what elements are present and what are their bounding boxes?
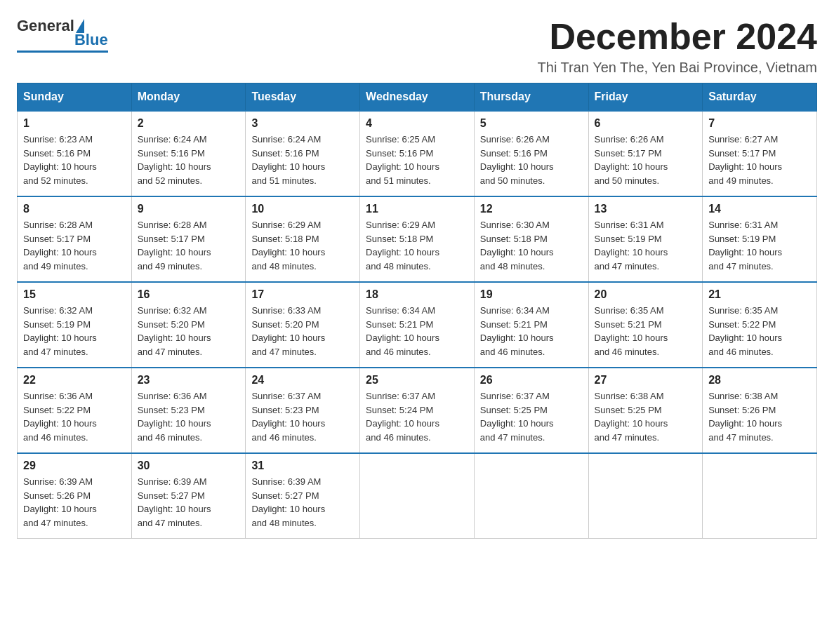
col-friday: Friday (588, 83, 703, 112)
day-info: Sunrise: 6:23 AM Sunset: 5:16 PM Dayligh… (23, 133, 126, 187)
day-number: 20 (595, 288, 697, 301)
calendar-cell: 8 Sunrise: 6:28 AM Sunset: 5:17 PM Dayli… (18, 196, 132, 282)
calendar-cell (474, 453, 588, 539)
day-number: 10 (251, 203, 354, 215)
calendar-cell (703, 453, 817, 539)
day-info: Sunrise: 6:27 AM Sunset: 5:17 PM Dayligh… (708, 133, 811, 187)
title-block: December 2024 Thi Tran Yen The, Yen Bai … (538, 17, 817, 76)
day-info: Sunrise: 6:25 AM Sunset: 5:16 PM Dayligh… (366, 133, 468, 187)
calendar-cell: 30 Sunrise: 6:39 AM Sunset: 5:27 PM Dayl… (131, 453, 246, 539)
day-number: 27 (595, 374, 697, 387)
day-info: Sunrise: 6:24 AM Sunset: 5:16 PM Dayligh… (251, 133, 354, 187)
day-number: 4 (366, 117, 468, 130)
day-number: 29 (23, 459, 126, 472)
day-info: Sunrise: 6:32 AM Sunset: 5:19 PM Dayligh… (23, 304, 126, 358)
calendar-week-2: 8 Sunrise: 6:28 AM Sunset: 5:17 PM Dayli… (18, 196, 817, 282)
day-info: Sunrise: 6:38 AM Sunset: 5:26 PM Dayligh… (708, 389, 811, 444)
col-tuesday: Tuesday (246, 83, 360, 112)
day-number: 8 (23, 203, 126, 215)
day-number: 17 (251, 288, 354, 301)
calendar-cell: 1 Sunrise: 6:23 AM Sunset: 5:16 PM Dayli… (18, 111, 132, 196)
calendar-cell: 22 Sunrise: 6:36 AM Sunset: 5:22 PM Dayl… (18, 368, 132, 453)
day-number: 3 (251, 117, 354, 130)
calendar-cell: 3 Sunrise: 6:24 AM Sunset: 5:16 PM Dayli… (246, 111, 360, 196)
day-info: Sunrise: 6:39 AM Sunset: 5:27 PM Dayligh… (251, 475, 354, 530)
day-number: 7 (708, 117, 811, 130)
calendar-cell: 4 Sunrise: 6:25 AM Sunset: 5:16 PM Dayli… (360, 111, 475, 196)
calendar-week-5: 29 Sunrise: 6:39 AM Sunset: 5:26 PM Dayl… (18, 453, 817, 539)
day-info: Sunrise: 6:39 AM Sunset: 5:26 PM Dayligh… (23, 475, 126, 530)
calendar-cell: 21 Sunrise: 6:35 AM Sunset: 5:22 PM Dayl… (703, 282, 817, 368)
day-number: 12 (480, 203, 583, 215)
day-info: Sunrise: 6:26 AM Sunset: 5:17 PM Dayligh… (595, 133, 697, 187)
day-number: 24 (251, 374, 354, 387)
day-number: 19 (480, 288, 583, 301)
calendar-cell: 13 Sunrise: 6:31 AM Sunset: 5:19 PM Dayl… (588, 196, 703, 282)
calendar-cell: 5 Sunrise: 6:26 AM Sunset: 5:16 PM Dayli… (474, 111, 588, 196)
calendar-cell: 23 Sunrise: 6:36 AM Sunset: 5:23 PM Dayl… (131, 368, 246, 453)
day-info: Sunrise: 6:34 AM Sunset: 5:21 PM Dayligh… (366, 304, 468, 358)
day-info: Sunrise: 6:30 AM Sunset: 5:18 PM Dayligh… (480, 218, 583, 273)
day-number: 11 (366, 203, 468, 215)
day-number: 13 (595, 203, 697, 215)
day-info: Sunrise: 6:31 AM Sunset: 5:19 PM Dayligh… (708, 218, 811, 273)
calendar-cell: 27 Sunrise: 6:38 AM Sunset: 5:25 PM Dayl… (588, 368, 703, 453)
col-wednesday: Wednesday (360, 83, 475, 112)
calendar-cell: 10 Sunrise: 6:29 AM Sunset: 5:18 PM Dayl… (246, 196, 360, 282)
day-info: Sunrise: 6:28 AM Sunset: 5:17 PM Dayligh… (138, 218, 240, 273)
calendar-week-4: 22 Sunrise: 6:36 AM Sunset: 5:22 PM Dayl… (18, 368, 817, 453)
day-number: 16 (138, 288, 240, 301)
day-number: 15 (23, 288, 126, 301)
calendar-cell: 9 Sunrise: 6:28 AM Sunset: 5:17 PM Dayli… (131, 196, 246, 282)
day-number: 22 (23, 374, 126, 387)
calendar-cell: 20 Sunrise: 6:35 AM Sunset: 5:21 PM Dayl… (588, 282, 703, 368)
day-number: 9 (138, 203, 240, 215)
calendar-cell: 11 Sunrise: 6:29 AM Sunset: 5:18 PM Dayl… (360, 196, 475, 282)
calendar-header-row: Sunday Monday Tuesday Wednesday Thursday… (18, 83, 817, 112)
day-number: 1 (23, 117, 126, 130)
calendar-cell: 14 Sunrise: 6:31 AM Sunset: 5:19 PM Dayl… (703, 196, 817, 282)
day-info: Sunrise: 6:38 AM Sunset: 5:25 PM Dayligh… (595, 389, 697, 444)
location-title: Thi Tran Yen The, Yen Bai Province, Viet… (538, 60, 817, 76)
day-number: 6 (595, 117, 697, 130)
day-info: Sunrise: 6:33 AM Sunset: 5:20 PM Dayligh… (251, 304, 354, 358)
day-number: 26 (480, 374, 583, 387)
day-number: 28 (708, 374, 811, 387)
day-number: 25 (366, 374, 468, 387)
day-number: 30 (138, 459, 240, 472)
day-number: 14 (708, 203, 811, 215)
day-number: 18 (366, 288, 468, 301)
calendar-cell: 17 Sunrise: 6:33 AM Sunset: 5:20 PM Dayl… (246, 282, 360, 368)
calendar-table: Sunday Monday Tuesday Wednesday Thursday… (17, 83, 817, 539)
calendar-cell: 19 Sunrise: 6:34 AM Sunset: 5:21 PM Dayl… (474, 282, 588, 368)
day-info: Sunrise: 6:36 AM Sunset: 5:23 PM Dayligh… (138, 389, 240, 444)
calendar-cell: 26 Sunrise: 6:37 AM Sunset: 5:25 PM Dayl… (474, 368, 588, 453)
day-info: Sunrise: 6:36 AM Sunset: 5:22 PM Dayligh… (23, 389, 126, 444)
day-info: Sunrise: 6:29 AM Sunset: 5:18 PM Dayligh… (251, 218, 354, 273)
calendar-cell (360, 453, 475, 539)
calendar-cell: 6 Sunrise: 6:26 AM Sunset: 5:17 PM Dayli… (588, 111, 703, 196)
day-info: Sunrise: 6:26 AM Sunset: 5:16 PM Dayligh… (480, 133, 583, 187)
col-saturday: Saturday (703, 83, 817, 112)
day-number: 23 (138, 374, 240, 387)
col-thursday: Thursday (474, 83, 588, 112)
day-info: Sunrise: 6:31 AM Sunset: 5:19 PM Dayligh… (595, 218, 697, 273)
calendar-cell: 28 Sunrise: 6:38 AM Sunset: 5:26 PM Dayl… (703, 368, 817, 453)
calendar-cell: 7 Sunrise: 6:27 AM Sunset: 5:17 PM Dayli… (703, 111, 817, 196)
day-info: Sunrise: 6:35 AM Sunset: 5:22 PM Dayligh… (708, 304, 811, 358)
calendar-cell: 15 Sunrise: 6:32 AM Sunset: 5:19 PM Dayl… (18, 282, 132, 368)
calendar-cell: 29 Sunrise: 6:39 AM Sunset: 5:26 PM Dayl… (18, 453, 132, 539)
col-sunday: Sunday (18, 83, 132, 112)
day-info: Sunrise: 6:29 AM Sunset: 5:18 PM Dayligh… (366, 218, 468, 273)
calendar-cell: 16 Sunrise: 6:32 AM Sunset: 5:20 PM Dayl… (131, 282, 246, 368)
day-info: Sunrise: 6:32 AM Sunset: 5:20 PM Dayligh… (138, 304, 240, 358)
calendar-cell: 24 Sunrise: 6:37 AM Sunset: 5:23 PM Dayl… (246, 368, 360, 453)
logo-blue: Blue (74, 31, 108, 49)
day-info: Sunrise: 6:39 AM Sunset: 5:27 PM Dayligh… (138, 475, 240, 530)
calendar-cell: 2 Sunrise: 6:24 AM Sunset: 5:16 PM Dayli… (131, 111, 246, 196)
calendar-cell: 25 Sunrise: 6:37 AM Sunset: 5:24 PM Dayl… (360, 368, 475, 453)
day-number: 5 (480, 117, 583, 130)
day-info: Sunrise: 6:35 AM Sunset: 5:21 PM Dayligh… (595, 304, 697, 358)
page-header: General General Blue December 2024 Thi T… (17, 17, 817, 76)
calendar-week-3: 15 Sunrise: 6:32 AM Sunset: 5:19 PM Dayl… (18, 282, 817, 368)
